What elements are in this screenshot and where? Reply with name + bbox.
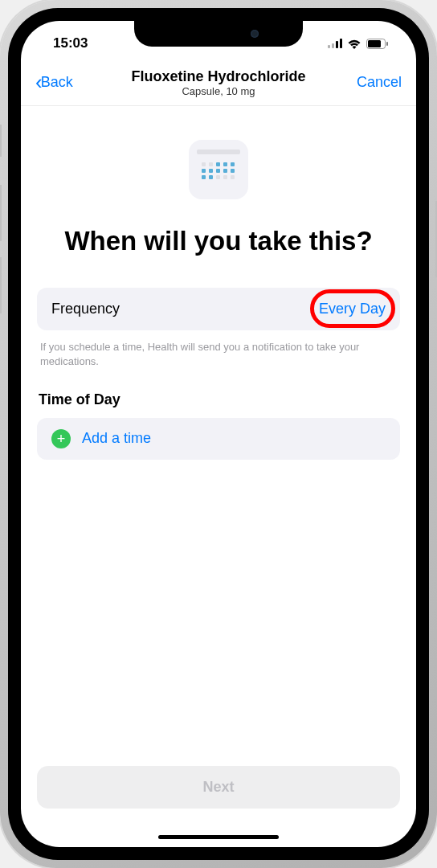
page-subtitle: Capsule, 10 mg [131, 85, 305, 97]
heading: When will you take this? [37, 225, 400, 257]
time-of-day-heading: Time of Day [37, 391, 400, 408]
svg-rect-0 [328, 45, 330, 48]
phone-bezel: 15:03 ‹ Back Fluoxetine Hydrochloride Ca… [8, 8, 429, 860]
svg-rect-1 [332, 43, 334, 48]
front-camera [251, 30, 259, 38]
svg-rect-3 [340, 39, 342, 48]
calendar-icon [189, 140, 248, 199]
wifi-icon [347, 39, 361, 49]
add-time-button[interactable]: + Add a time [37, 418, 400, 460]
svg-rect-5 [368, 40, 381, 47]
mute-switch [0, 125, 2, 157]
cellular-icon [328, 39, 342, 48]
nav-title-wrap: Fluoxetine Hydrochloride Capsule, 10 mg [131, 68, 305, 97]
battery-icon [366, 39, 389, 49]
back-label: Back [41, 74, 73, 91]
frequency-row[interactable]: Frequency Every Day [37, 288, 400, 330]
volume-down-button [0, 257, 2, 313]
svg-rect-6 [386, 42, 388, 46]
frequency-value[interactable]: Every Day [319, 301, 386, 317]
home-indicator[interactable] [158, 835, 279, 839]
frequency-label: Frequency [51, 301, 120, 317]
volume-up-button [0, 185, 2, 241]
content-area: When will you take this? Frequency Every… [21, 106, 416, 847]
hero-icon-wrap [37, 140, 400, 199]
next-button[interactable]: Next [37, 766, 400, 809]
nav-bar: ‹ Back Fluoxetine Hydrochloride Capsule,… [21, 59, 416, 106]
phone-frame: 15:03 ‹ Back Fluoxetine Hydrochloride Ca… [0, 0, 437, 868]
info-text: If you schedule a time, Health will send… [37, 340, 400, 369]
spacer [37, 460, 400, 766]
notch [134, 21, 303, 47]
status-icons [328, 39, 394, 49]
screen: 15:03 ‹ Back Fluoxetine Hydrochloride Ca… [21, 21, 416, 847]
add-time-label: Add a time [82, 430, 151, 447]
plus-icon: + [51, 429, 71, 448]
status-time: 15:03 [43, 35, 88, 51]
page-title: Fluoxetine Hydrochloride [131, 68, 305, 85]
back-button[interactable]: ‹ Back [35, 70, 73, 95]
svg-rect-2 [336, 41, 338, 48]
cancel-button[interactable]: Cancel [357, 74, 402, 91]
